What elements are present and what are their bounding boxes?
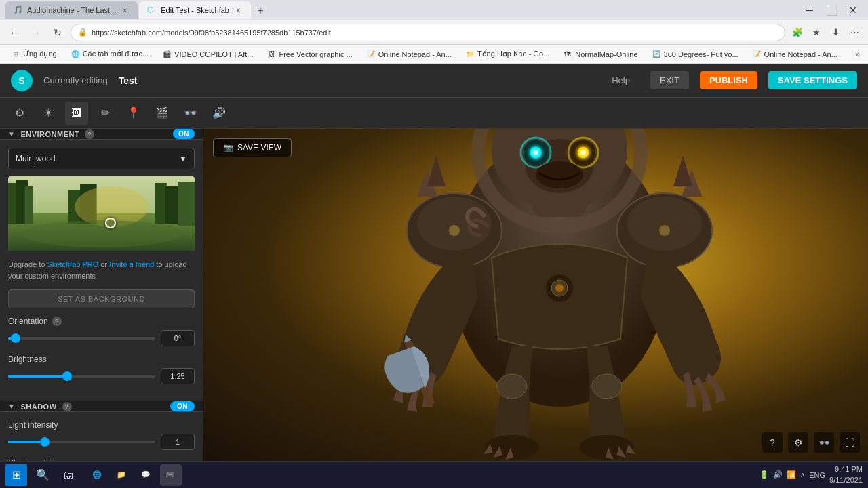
shadow-help-icon[interactable]: ? xyxy=(62,402,72,411)
bookmarks-more-button[interactable]: » xyxy=(852,49,863,59)
minimize-button[interactable]: ─ xyxy=(800,3,819,17)
toolbar-animation-icon[interactable]: 🎬 xyxy=(151,102,174,125)
taskbar-app-active[interactable]: 🎮 xyxy=(160,464,182,486)
help-button[interactable]: Help xyxy=(602,71,639,89)
app-header: S Currently editing Test Help EXIT PUBLI… xyxy=(0,64,868,98)
orientation-help-icon[interactable]: ? xyxy=(52,317,62,326)
invite-friend-link[interactable]: Invite a friend xyxy=(109,260,154,268)
svg-marker-16 xyxy=(427,156,446,186)
toolbar-vr-icon[interactable]: 👓 xyxy=(179,102,202,125)
taskbar-app-browser[interactable]: 🌐 xyxy=(87,464,108,486)
favorites-icon[interactable]: ★ xyxy=(808,24,825,41)
browser-frame: 🎵 Audiomachine - The Last... ✕ ⬡ Edit Te… xyxy=(0,0,868,488)
shadow-content: Light intensity 1 Shad xyxy=(0,412,203,461)
new-tab-button[interactable]: + xyxy=(252,3,269,19)
orientation-thumb[interactable] xyxy=(11,333,20,343)
bookmark-favicon-newtab: 🌐 xyxy=(71,49,80,59)
save-view-button[interactable]: 📷 SAVE VIEW xyxy=(213,138,292,157)
brightness-slider[interactable] xyxy=(8,375,155,378)
tab-sketchfab[interactable]: ⬡ Edit Test - Sketchfab ✕ xyxy=(139,1,251,19)
bookmark-label-normalmap: NormalMap-Online xyxy=(575,50,637,58)
bookmark-normalmap[interactable]: 🗺 NormalMap-Online xyxy=(557,47,643,62)
taskbar-app-explorer[interactable]: 📁 xyxy=(111,464,133,486)
bookmark-notepad1[interactable]: 📝 Online Notepad - An... xyxy=(361,47,457,62)
svg-point-54 xyxy=(497,374,527,399)
settings-icon[interactable]: ⚙ xyxy=(788,432,808,453)
toolbar-annotations-icon[interactable]: 📍 xyxy=(122,102,145,125)
toolbar-audio-icon[interactable]: 🔊 xyxy=(208,102,231,125)
bookmark-apps[interactable]: ⊞ Ứng dụng xyxy=(5,47,62,62)
svg-rect-8 xyxy=(165,186,180,224)
bookmark-videocopilot[interactable]: 🎬 VIDEO COPILOT | Aft... xyxy=(157,47,258,62)
fullscreen-icon[interactable]: ⛶ xyxy=(840,432,860,453)
toolbar-settings-icon[interactable]: ⚙ xyxy=(8,102,31,125)
downloads-icon[interactable]: ⬇ xyxy=(827,24,844,41)
brightness-thumb[interactable] xyxy=(62,371,72,381)
environment-toggle[interactable]: ON xyxy=(173,129,195,139)
tab-label-audiomachine: Audiomachine - The Last... xyxy=(27,6,116,14)
svg-point-52 xyxy=(449,225,460,236)
light-intensity-slider[interactable] xyxy=(8,441,155,443)
extensions-icon[interactable]: 🧩 xyxy=(789,24,806,41)
light-intensity-value[interactable]: 1 xyxy=(161,434,195,450)
environment-help-icon[interactable]: ? xyxy=(85,129,94,139)
sys-time-value: 9:41 PM xyxy=(829,464,863,474)
orientation-slider[interactable] xyxy=(8,337,155,340)
shadow-toggle[interactable]: ON xyxy=(170,401,195,411)
camera-icon: 📷 xyxy=(223,143,233,152)
sys-date-value: 9/11/2021 xyxy=(829,475,863,485)
help-icon[interactable]: ? xyxy=(762,432,783,453)
settings-icon[interactable]: ⋯ xyxy=(846,24,863,41)
bookmark-newtab[interactable]: 🌐 Các tab mới được... xyxy=(65,47,154,62)
taskbar-apps: 🌐 📁 💬 🎮 xyxy=(87,464,182,486)
tab-close-sketchfab[interactable]: ✕ xyxy=(233,5,243,15)
bookmark-label-notepad1: Online Notepad - An... xyxy=(378,50,452,58)
bookmark-notepad2[interactable]: 📝 Online Notepad - An... xyxy=(747,47,843,62)
vr-icon[interactable]: 👓 xyxy=(814,432,834,453)
toolbar-light-icon[interactable]: ☀ xyxy=(37,102,60,125)
exit-button[interactable]: EXIT xyxy=(650,71,689,89)
shadow-label: SHADOW xyxy=(20,403,56,411)
toolbar-materials-icon[interactable]: ✏ xyxy=(94,102,117,125)
toolbar: ⚙ ☀ 🖼 ✏ 📍 🎬 👓 🔊 xyxy=(0,98,868,129)
shadow-section-header: ▼ SHADOW ? ON xyxy=(0,401,203,412)
tab-close-audiomachine[interactable]: ✕ xyxy=(120,5,130,15)
bookmark-favicon-notepad2: 📝 xyxy=(752,49,762,59)
brightness-value[interactable]: 1.25 xyxy=(161,368,195,384)
taskbar-search-icon[interactable]: 🔍 xyxy=(33,465,53,485)
save-settings-button[interactable]: SAVE SETTINGS xyxy=(768,71,857,89)
bookmark-label-newtab: Các tab mới được... xyxy=(83,49,149,58)
svg-point-51 xyxy=(627,197,702,251)
svg-rect-7 xyxy=(155,183,167,224)
sys-upward-icon[interactable]: ∧ xyxy=(800,471,805,479)
collapse-icon[interactable]: ▼ xyxy=(8,130,15,138)
toolbar-environment-icon[interactable]: 🖼 xyxy=(65,102,88,125)
orientation-value[interactable]: 0° xyxy=(161,330,195,346)
tab-audiomachine[interactable]: 🎵 Audiomachine - The Last... ✕ xyxy=(5,1,138,19)
taskbar-app-browser-icon: 🌐 xyxy=(92,470,102,479)
taskbar-taskview-icon[interactable]: 🗂 xyxy=(58,465,79,485)
light-intensity-fill xyxy=(8,441,45,443)
shadow-collapse-icon[interactable]: ▼ xyxy=(8,403,15,410)
publish-button[interactable]: PUBLISH xyxy=(700,71,757,89)
address-bar[interactable]: 🔒 https://sketchfab.com/models/09f08fb52… xyxy=(71,24,785,41)
taskbar-app-chat[interactable]: 💬 xyxy=(136,464,157,486)
reload-button[interactable]: ↻ xyxy=(49,24,66,41)
close-button[interactable]: ✕ xyxy=(844,3,863,17)
restore-button[interactable]: ⬜ xyxy=(822,3,841,17)
bookmark-freevector[interactable]: 🖼 Free Vector graphic ... xyxy=(261,47,357,62)
forward-button[interactable]: → xyxy=(27,24,45,41)
3d-viewport[interactable]: 📷 SAVE VIEW xyxy=(203,129,868,461)
start-button[interactable]: ⊞ xyxy=(5,464,27,486)
orientation-label-row: Orientation ? xyxy=(8,317,195,326)
sketchfab-pro-link[interactable]: Sketchfab PRO xyxy=(47,260,98,268)
light-intensity-row: Light intensity 1 xyxy=(8,420,195,450)
taskbar-app-explorer-icon: 📁 xyxy=(117,470,126,479)
bookmark-360degrees[interactable]: 🔄 360 Degrees- Put yo... xyxy=(646,47,744,62)
environment-dropdown[interactable]: Muir_wood ▼ xyxy=(8,148,195,169)
back-button[interactable]: ← xyxy=(5,24,23,41)
bookmark-tonghop[interactable]: 📁 Tổng Hợp Kho - Go... xyxy=(460,47,555,62)
light-intensity-thumb[interactable] xyxy=(40,437,50,447)
set-as-background-button[interactable]: SET AS BACKGROUND xyxy=(8,289,195,308)
orientation-control: 0° xyxy=(8,330,195,346)
